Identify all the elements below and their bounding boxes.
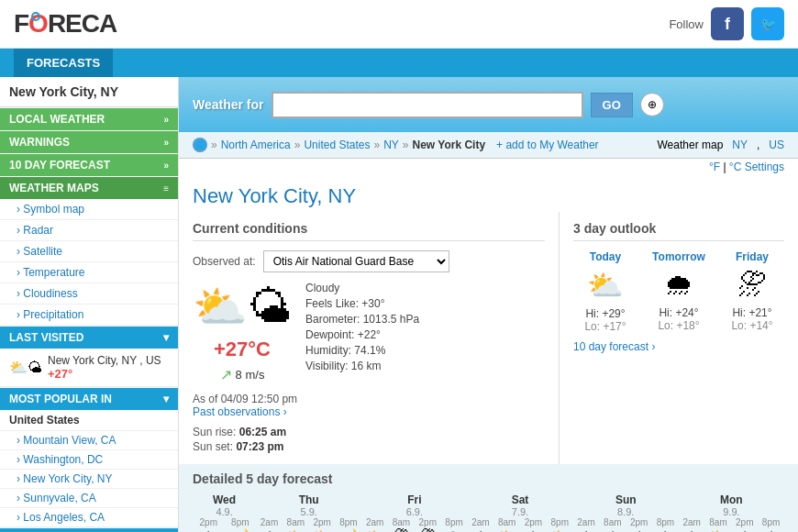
search-go-button[interactable]: GO <box>591 93 633 117</box>
time-cell: 8am <box>283 517 309 527</box>
sunset-row: Sun set: 07:23 pm <box>193 440 545 453</box>
breadcrumb-city: New York City <box>413 139 486 151</box>
breadcrumb-add-link[interactable]: + add to My Weather <box>496 139 599 151</box>
forecast-icon: ⛅ <box>283 527 309 532</box>
breadcrumb-north-america[interactable]: North America <box>221 139 291 151</box>
time-cell: 2am <box>256 517 283 527</box>
unit-fahrenheit[interactable]: °F <box>709 161 720 173</box>
follow-label: Follow <box>669 17 704 31</box>
settings-link[interactable]: Settings <box>745 161 784 173</box>
dewpoint: Dewpoint: +22° <box>305 328 419 341</box>
sidebar-popular-0[interactable]: Mountain View, CA <box>0 431 178 450</box>
sidebar-popular-2[interactable]: New York City, NY <box>0 470 178 489</box>
nav-forecasts[interactable]: FORECASTS <box>14 49 113 77</box>
last-visited-temp: +27° <box>48 367 161 381</box>
forecast-sat-icons: ☀ ⛅ ☀ ⛅ <box>467 527 572 532</box>
today-label: Today <box>573 250 637 263</box>
forecast-icon: ⛅ <box>547 527 573 532</box>
facebook-button[interactable]: f <box>711 7 744 40</box>
breadcrumb-right: Weather map NY , US <box>658 139 785 151</box>
breadcrumb-ny[interactable]: NY <box>383 139 399 151</box>
sidebar-symbol-map[interactable]: Symbol map <box>0 199 178 220</box>
sidebar-popular-3[interactable]: Sunnyvale, CA <box>0 489 178 508</box>
sidebar-last-item[interactable]: ⛅🌤 New York City, NY , US +27° <box>0 349 178 387</box>
friday-lo: Lo: +14° <box>720 319 784 332</box>
forecast-sun-icons: ☀ ☀ ☀ ☀ <box>573 527 679 532</box>
ten-day-link[interactable]: 10 day forecast › <box>573 340 784 353</box>
forecast-fri-icons: ⛅ ⛈ ⛈ 🌧 <box>361 527 467 532</box>
sidebar-10day[interactable]: 10 DAY FORECAST » <box>0 154 178 176</box>
sidebar-last-visited-header: LAST VISITED ▾ <box>0 327 178 349</box>
time-cell: 8am <box>599 517 626 527</box>
sidebar-temperature[interactable]: Temperature <box>0 262 178 283</box>
time-cell: 8am <box>388 517 415 527</box>
forecast-icon: ☀ <box>573 527 600 532</box>
time-cell: 2pm <box>520 517 547 527</box>
arrow-icon: » <box>163 161 169 171</box>
forecast-icon: ⛅ <box>705 527 732 532</box>
last-visited-weather-icon: ⛅🌤 <box>9 359 42 376</box>
sidebar-local-weather[interactable]: LOCAL WEATHER » <box>0 108 178 130</box>
time-cell: 2am <box>679 517 705 527</box>
forecast-thu-times: 2am 8am 2pm 8pm <box>256 517 361 527</box>
map-ny-link[interactable]: NY <box>732 139 748 151</box>
unit-settings-bar: °F | °C Settings <box>179 159 798 177</box>
logo-o: O <box>28 9 48 39</box>
as-of: As of 04/09 12:50 pm <box>193 393 545 405</box>
forecast-icon: ☀ <box>652 527 679 532</box>
forecast-wed-icons: ☀ 🌙 <box>193 527 256 532</box>
time-cell: 2pm <box>731 517 758 527</box>
sidebar-popular-1[interactable]: Washington, DC <box>0 450 178 470</box>
day-today: Today ⛅ Hi: +29° Lo: +17° <box>573 250 637 333</box>
time-cell: 2pm <box>309 517 336 527</box>
forecast-sun-name: Sun <box>573 493 679 506</box>
location-button[interactable]: ⊕ <box>640 93 664 116</box>
sidebar-sea-areas-header: SEA AREAS 🌊 <box>0 528 178 532</box>
forecast-sat-times: 2am 8am 2pm 8pm <box>467 517 572 527</box>
wind-arrow-icon: ↗ <box>220 366 232 383</box>
sidebar-radar[interactable]: Radar <box>0 220 178 241</box>
day-columns: Today ⛅ Hi: +29° Lo: +17° Tomorrow 🌧 Hi:… <box>573 250 784 333</box>
forecast-icon: 🌙 <box>225 527 257 532</box>
panels: Current conditions Observed at: Otis Air… <box>179 212 798 464</box>
sidebar-cloudiness[interactable]: Cloudiness <box>0 283 178 305</box>
forecast-mon-icons: ☀ ⛅ ☀ ☀ <box>679 527 784 532</box>
forecast-icon: ☀ <box>193 527 225 532</box>
forecast-fri-date: 6.9. <box>361 506 467 517</box>
friday-icon: ⛈ <box>720 268 784 302</box>
time-cell: 8pm <box>652 517 679 527</box>
main-layout: New York City, NY LOCAL WEATHER » WARNIN… <box>0 77 798 532</box>
forecast-fri-name: Fri <box>361 493 467 506</box>
map-us-link[interactable]: US <box>769 139 784 151</box>
forecast-thu-icons: ☀ ⛅ ⛅ 🌙 <box>256 527 361 532</box>
station-select[interactable]: Otis Air National Guard Base <box>263 250 449 272</box>
friday-hi-lo: Hi: +21° Lo: +14° <box>720 306 784 332</box>
friday-hi: Hi: +21° <box>720 306 784 319</box>
forecast-icon: ☀ <box>520 527 547 532</box>
forecast-icon: ☀ <box>256 527 283 532</box>
forecast-sat: Sat 7.9. 2am 8am 2pm 8pm ☀ ⛅ ☀ ⛅ <box>467 493 572 532</box>
forecast-icon: ⛅ <box>361 527 388 532</box>
last-visited-city: New York City, NY , US <box>48 354 161 367</box>
twitter-button[interactable]: 🐦 <box>751 7 784 40</box>
sidebar-weather-maps[interactable]: WEATHER MAPS ≡ <box>0 177 178 199</box>
forecast-sat-name: Sat <box>467 493 572 506</box>
forecast-wed: Wed 4.9. 2pm 8pm ☀ 🌙 <box>193 493 256 532</box>
past-observations-link[interactable]: Past observations › <box>193 405 287 418</box>
logo: FORECA <box>14 9 116 39</box>
unit-celsius[interactable]: °C <box>729 161 741 173</box>
sun-times: Sun rise: 06:25 am Sun set: 07:23 pm <box>193 426 545 453</box>
tomorrow-hi-lo: Hi: +24° Lo: +18° <box>647 306 711 332</box>
forecast-icon: ☀ <box>758 527 784 532</box>
logo-reca: RECA <box>48 9 116 38</box>
sidebar-precipitation[interactable]: Precipitation <box>0 305 178 326</box>
time-cell: 8pm <box>336 517 362 527</box>
sidebar-popular-4[interactable]: Los Angeles, CA <box>0 508 178 527</box>
search-bar: Weather for GO ⊕ <box>179 77 798 132</box>
forecast-icon: ⛅ <box>493 527 520 532</box>
sidebar-warnings[interactable]: WARNINGS » <box>0 131 178 153</box>
time-cell: 2pm <box>415 517 441 527</box>
sidebar-satellite[interactable]: Satellite <box>0 241 178 262</box>
search-input[interactable] <box>272 92 583 118</box>
breadcrumb-united-states[interactable]: United States <box>304 139 370 151</box>
